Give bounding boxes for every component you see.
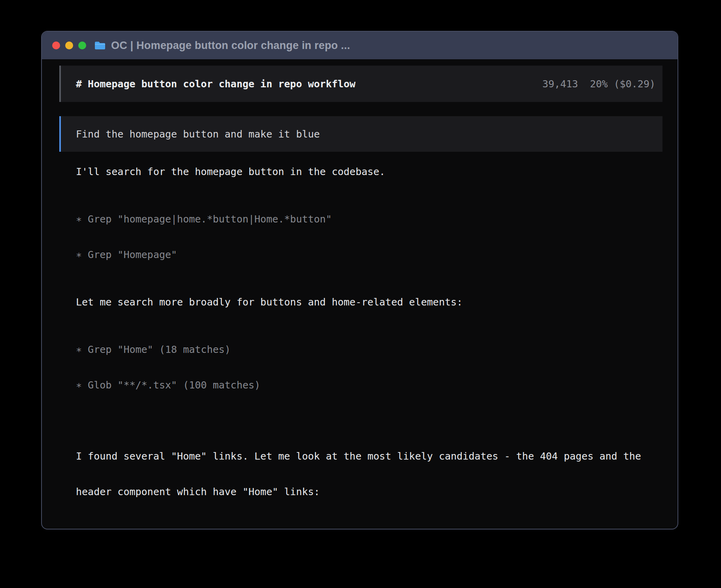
traffic-lights [52,41,86,49]
assistant-text: Let me search more broadly for buttons a… [76,296,662,308]
token-count: 39,413 [542,78,578,90]
tool-call: ∗ Glob "**/*.tsx" (100 matches) [76,379,662,391]
assistant-text-line: I found several "Home" links. Let me loo… [76,450,662,462]
session-title: # Homepage button color change in repo w… [76,78,355,90]
user-message-text: Find the homepage button and make it blu… [76,128,320,140]
folder-icon [94,41,106,50]
tool-call-group: ∗ Grep "Home" (18 matches) ∗ Glob "**/*.… [76,320,662,415]
session-header: # Homepage button color change in repo w… [59,66,662,102]
tool-call: ∗ Grep "Homepage" [76,249,662,261]
session-stats: 39,413 20% ($0.29) [542,78,655,90]
tool-call-group: ∗ Grep "homepage|home.*button|Home.*butt… [76,190,662,285]
window-titlebar[interactable]: OC | Homepage button color change in rep… [42,32,678,59]
terminal-window: OC | Homepage button color change in rep… [41,31,678,530]
tool-call: ∗ Grep "Home" (18 matches) [76,344,662,356]
terminal-content: # Homepage button color change in repo w… [42,59,678,530]
window-title-group: OC | Homepage button color change in rep… [94,40,350,52]
user-message: Find the homepage button and make it blu… [59,116,662,152]
close-button[interactable] [52,41,60,49]
tool-call: ∗ Grep "homepage|home.*button|Home.*butt… [76,213,662,225]
assistant-text: I found several "Home" links. Let me loo… [76,427,662,522]
window-title: OC | Homepage button color change in rep… [111,40,350,52]
assistant-response: I'll search for the homepage button in t… [59,166,662,530]
assistant-text: I'll search for the homepage button in t… [76,166,662,178]
maximize-button[interactable] [78,41,86,49]
assistant-text-line: header component which have "Home" links… [76,486,662,498]
context-cost: 20% ($0.29) [590,78,655,90]
minimize-button[interactable] [65,41,73,49]
